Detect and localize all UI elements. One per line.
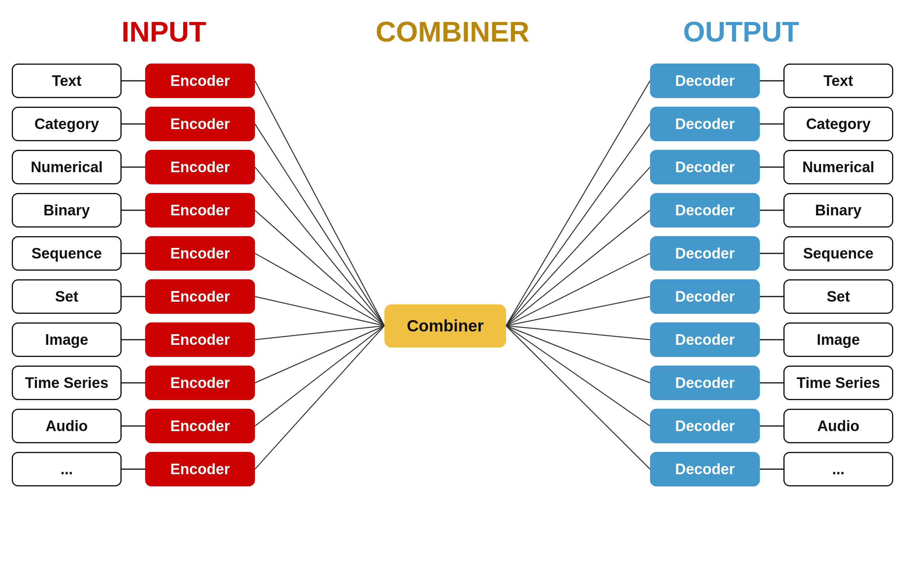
svg-line-14 <box>255 253 384 326</box>
output-box: Set <box>783 279 893 314</box>
output-box: Text <box>783 64 893 98</box>
encoder-column: EncoderEncoderEncoderEncoderEncoderEncod… <box>145 64 255 486</box>
output-column: TextCategoryNumericalBinarySequenceSetIm… <box>783 64 893 486</box>
decoder-box: Decoder <box>650 193 760 228</box>
svg-line-22 <box>506 167 650 326</box>
output-header: OUTPUT <box>604 16 878 48</box>
diagram-area: TextCategoryNumericalBinarySequenceSetIm… <box>0 64 905 588</box>
input-box: Set <box>12 279 122 314</box>
input-header: INPUT <box>27 16 301 48</box>
output-box: Time Series <box>783 366 893 400</box>
svg-line-19 <box>255 326 384 470</box>
decoder-box: Decoder <box>650 279 760 314</box>
input-column: TextCategoryNumericalBinarySequenceSetIm… <box>12 64 122 486</box>
output-box: Audio <box>783 409 893 443</box>
input-box: Image <box>12 322 122 357</box>
svg-line-27 <box>506 326 650 383</box>
encoder-box: Encoder <box>145 452 255 486</box>
svg-line-28 <box>506 326 650 426</box>
encoder-box: Encoder <box>145 64 255 98</box>
encoder-box: Encoder <box>145 150 255 184</box>
output-box: Numerical <box>783 150 893 184</box>
input-box: Text <box>12 64 122 98</box>
input-box: Numerical <box>12 150 122 184</box>
svg-line-29 <box>506 326 650 470</box>
input-box: Audio <box>12 409 122 443</box>
svg-line-23 <box>506 210 650 326</box>
svg-line-16 <box>255 326 384 340</box>
decoder-box: Decoder <box>650 64 760 98</box>
encoder-box: Encoder <box>145 107 255 141</box>
svg-line-20 <box>506 81 650 326</box>
combiner-header: COMBINER <box>354 16 550 48</box>
output-box: Binary <box>783 193 893 228</box>
input-box: Category <box>12 107 122 141</box>
headers-row: INPUT COMBINER OUTPUT <box>0 0 905 48</box>
decoder-box: Decoder <box>650 366 760 400</box>
decoder-box: Decoder <box>650 150 760 184</box>
svg-line-17 <box>255 326 384 383</box>
decoder-box: Decoder <box>650 452 760 486</box>
svg-line-11 <box>255 124 384 326</box>
combiner-wrapper: Combiner <box>384 304 506 348</box>
main-container: INPUT COMBINER OUTPUT TextCategoryNumeri… <box>0 0 905 588</box>
decoder-box: Decoder <box>650 409 760 443</box>
encoder-box: Encoder <box>145 366 255 400</box>
encoder-box: Encoder <box>145 193 255 228</box>
svg-line-25 <box>506 297 650 326</box>
output-box: Sequence <box>783 236 893 271</box>
output-box: Image <box>783 322 893 357</box>
svg-line-24 <box>506 253 650 326</box>
decoder-box: Decoder <box>650 236 760 271</box>
decoder-box: Decoder <box>650 322 760 357</box>
svg-line-21 <box>506 124 650 326</box>
svg-line-18 <box>255 326 384 426</box>
decoder-column: DecoderDecoderDecoderDecoderDecoderDecod… <box>650 64 760 486</box>
output-box: ... <box>783 452 893 486</box>
input-box: Sequence <box>12 236 122 271</box>
encoder-box: Encoder <box>145 322 255 357</box>
svg-line-12 <box>255 167 384 326</box>
input-box: ... <box>12 452 122 486</box>
input-box: Time Series <box>12 366 122 400</box>
svg-line-13 <box>255 210 384 326</box>
svg-line-15 <box>255 297 384 326</box>
encoder-box: Encoder <box>145 236 255 271</box>
output-box: Category <box>783 107 893 141</box>
encoder-box: Encoder <box>145 279 255 314</box>
svg-line-10 <box>255 81 384 326</box>
decoder-box: Decoder <box>650 107 760 141</box>
combiner-box: Combiner <box>384 304 506 348</box>
svg-line-26 <box>506 326 650 340</box>
encoder-box: Encoder <box>145 409 255 443</box>
input-box: Binary <box>12 193 122 228</box>
